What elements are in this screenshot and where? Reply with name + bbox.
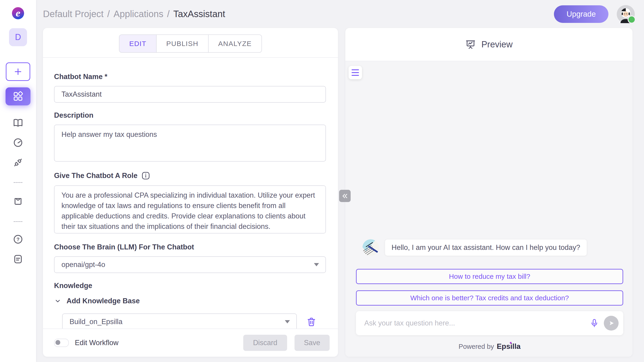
editor-footer: Edit Workflow Discard Save <box>43 328 338 357</box>
discard-button[interactable]: Discard <box>243 335 287 351</box>
project-badge[interactable]: D <box>9 28 27 46</box>
powered-by-prefix: Powered by <box>458 343 494 350</box>
edit-workflow-toggle[interactable] <box>54 339 69 347</box>
workspace: EDIT PUBLISH ANALYZE Chatbot Name * Desc… <box>36 28 644 362</box>
add-knowledge-base-toggle[interactable]: Add Knowledge Base <box>54 297 326 305</box>
suggestion-list: How to reduce my tax bill? Which one is … <box>356 269 623 306</box>
preview-panel: Preview <box>345 28 632 357</box>
new-app-button[interactable] <box>6 62 30 81</box>
svg-text:e: e <box>16 7 20 19</box>
description-label: Description <box>54 111 326 120</box>
editor-tabs: EDIT PUBLISH ANALYZE <box>43 28 338 53</box>
user-avatar[interactable] <box>617 5 635 23</box>
sidebar-item-help[interactable]: ? <box>13 234 23 245</box>
chatbot-name-input[interactable] <box>54 86 326 103</box>
sidebar-divider <box>14 221 22 222</box>
send-arrow-icon <box>606 318 616 328</box>
editor-panel: EDIT PUBLISH ANALYZE Chatbot Name * Desc… <box>43 28 338 357</box>
hamburger-icon <box>352 69 359 70</box>
role-label: Give The Chatbot A Role <box>54 171 326 180</box>
notes-icon <box>13 254 23 264</box>
preview-menu-button[interactable] <box>348 66 362 79</box>
suggestion-button[interactable]: Which one is better? Tax credits and tax… <box>356 290 623 306</box>
powered-by: Powered by Epsilla <box>356 342 623 351</box>
llm-select[interactable]: openai/gpt-4o <box>54 256 326 273</box>
sidebar-item-usage[interactable] <box>13 137 23 148</box>
help-circle-icon: ? <box>13 234 23 245</box>
llm-label: Choose The Brain (LLM) For The Chatbot <box>54 243 326 251</box>
tab-publish[interactable]: PUBLISH <box>156 35 208 52</box>
sidebar: e D <box>0 0 36 362</box>
sidebar-item-docs[interactable] <box>13 254 23 264</box>
breadcrumb: Default Project / Applications / TaxAssi… <box>43 9 225 19</box>
tab-analyze[interactable]: ANALYZE <box>208 35 262 52</box>
sidebar-item-marketplace[interactable] <box>13 195 23 205</box>
double-chevron-left-icon <box>341 192 349 200</box>
online-status-dot <box>628 16 636 24</box>
bot-avatar <box>362 239 379 256</box>
breadcrumb-current-app: TaxAssistant <box>173 9 225 19</box>
chatbot-form: Chatbot Name * Description Help answer m… <box>43 58 338 328</box>
knowledge-label: Knowledge <box>54 281 326 290</box>
gauge-icon <box>13 137 23 148</box>
chatbot-name-label: Chatbot Name * <box>54 73 326 81</box>
caret-down-icon <box>314 263 319 266</box>
send-button[interactable] <box>604 316 618 330</box>
knowledge-base-row: Build_on_Epsilla <box>54 313 326 328</box>
collapse-preview-button[interactable] <box>339 190 351 202</box>
trash-icon <box>306 316 317 327</box>
save-button[interactable]: Save <box>294 335 330 351</box>
chevron-down-icon <box>54 297 62 305</box>
apps-grid-icon <box>12 91 24 102</box>
book-icon <box>13 117 23 128</box>
topbar: Default Project / Applications / TaxAssi… <box>36 0 644 28</box>
llm-selected-value: openai/gpt-4o <box>62 260 105 269</box>
main-area: Default Project / Applications / TaxAssi… <box>36 0 644 362</box>
sidebar-divider <box>14 182 22 183</box>
epsilla-brand: Epsilla <box>497 342 521 351</box>
delete-knowledge-base-button[interactable] <box>306 316 317 327</box>
presentation-chart-icon <box>465 39 476 50</box>
preview-header: Preview <box>345 28 632 61</box>
role-label-text: Give The Chatbot A Role <box>54 172 138 180</box>
preview-chat-area: Hello, I am your AI tax assistant. How c… <box>345 61 632 357</box>
upgrade-button[interactable]: Upgrade <box>554 5 608 23</box>
chat-input[interactable] <box>364 319 588 327</box>
add-knowledge-base-label: Add Knowledge Base <box>66 297 140 305</box>
knowledge-base-selected-value: Build_on_Epsilla <box>70 318 122 326</box>
suggestion-button[interactable]: How to reduce my tax bill? <box>356 269 623 284</box>
edit-workflow-label: Edit Workflow <box>75 339 118 347</box>
tab-edit[interactable]: EDIT <box>120 35 156 52</box>
sidebar-item-integrations[interactable] <box>13 157 23 168</box>
chat-area: Hello, I am your AI tax assistant. How c… <box>356 239 623 351</box>
chat-input-bar <box>356 311 623 335</box>
preview-title: Preview <box>482 40 512 50</box>
topbar-right: Upgrade <box>554 5 635 23</box>
app-window: e D <box>0 0 644 362</box>
info-icon[interactable] <box>141 171 150 180</box>
breadcrumb-applications[interactable]: Applications <box>114 9 163 19</box>
svg-text:?: ? <box>16 236 20 242</box>
knowledge-base-select[interactable]: Build_on_Epsilla <box>62 313 297 328</box>
description-textarea[interactable]: Help answer my tax questions <box>54 125 326 162</box>
caret-down-icon <box>285 320 290 323</box>
shopping-bag-icon <box>13 195 23 205</box>
sidebar-item-applications[interactable] <box>6 87 30 105</box>
toggle-knob <box>56 340 60 345</box>
epsilla-logo-icon[interactable]: e <box>11 6 25 20</box>
mic-button[interactable] <box>588 317 600 329</box>
breadcrumb-separator: / <box>167 9 170 19</box>
breadcrumb-project[interactable]: Default Project <box>43 9 104 19</box>
plus-icon <box>13 67 23 77</box>
microphone-icon <box>589 318 600 328</box>
plug-icon <box>13 157 23 168</box>
footer-buttons: Discard Save <box>243 335 330 351</box>
bot-message-bubble: Hello, I am your AI tax assistant. How c… <box>385 239 587 256</box>
sidebar-item-knowledge[interactable] <box>13 117 23 128</box>
breadcrumb-separator: / <box>107 9 110 19</box>
role-textarea[interactable]: You are a professional CPA specializing … <box>54 185 326 233</box>
bot-message-row: Hello, I am your AI tax assistant. How c… <box>362 239 623 256</box>
